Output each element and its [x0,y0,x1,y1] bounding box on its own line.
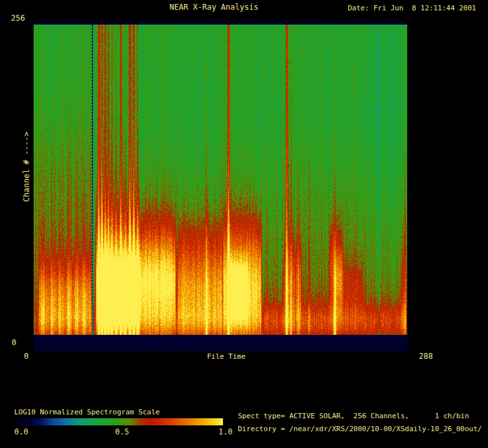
y-axis-title: Channel # ----> [22,132,31,202]
page-title: NEAR X-Ray Analysis [169,3,258,12]
directory-info: Directory = /near/xdr/XRS/2000/10-00/XSd… [238,425,482,434]
spect-type-info: Spect type= ACTIVE SOLAR, 256 Channels, … [238,412,469,421]
x-axis-min-tick: 0 [24,352,28,361]
date-label: Date: Fri Jun 8 12:11:44 2001 [348,4,476,13]
colorbar-tick-mid: 0.5 [115,427,129,436]
x-axis-title: File Time [207,352,246,361]
colorbar-title: LOG10 Normalized Spectrogram Scale [14,408,160,417]
y-axis-max-tick: 256 [11,14,25,23]
y-axis-min-tick: 0 [12,338,16,347]
colorbar-gradient [16,418,223,425]
near-xray-analysis-window: NEAR X-Ray Analysis Date: Fri Jun 8 12:1… [0,0,488,448]
x-axis-max-tick: 288 [419,352,433,361]
colorbar-tick-min: 0.0 [14,427,28,436]
colorbar-tick-max: 1.0 [218,427,233,436]
spectrogram-image [34,21,407,351]
